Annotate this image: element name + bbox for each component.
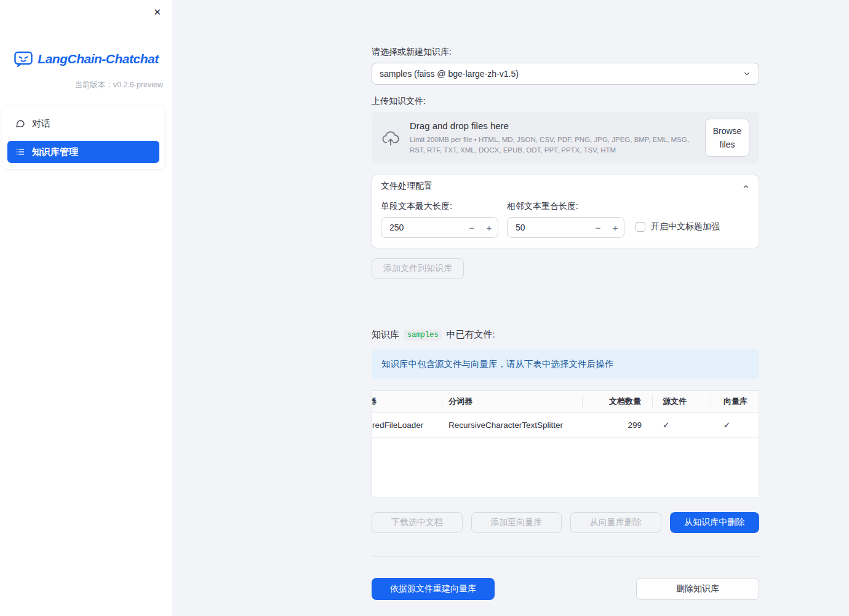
chunk-size-group: 单段文本最大长度: 250 − +: [381, 201, 498, 238]
cloud-upload-icon: [381, 130, 400, 146]
kb-selectbox[interactable]: samples (faiss @ bge-large-zh-v1.5): [372, 63, 759, 85]
app-logo: LangChain-Chatchat: [0, 50, 172, 68]
dropzone-limits: Limit 200MB per file • HTML, MD, JSON, C…: [410, 135, 695, 155]
table-header-source-file[interactable]: 源文件: [653, 395, 711, 408]
overlap-size-input[interactable]: 50 − +: [507, 217, 624, 238]
kb-files-table: 器 分词器 文档数量 源文件 向量库 redFileLoader Recursi…: [372, 390, 759, 497]
version-caption: 当前版本：v0.2.6-preview: [0, 80, 172, 90]
table-row[interactable]: redFileLoader RecursiveCharacterTextSpli…: [372, 413, 759, 438]
chevron-down-icon: [743, 69, 751, 78]
close-sidebar-icon[interactable]: ✕: [151, 5, 164, 19]
kb-actions-row: 依据源文件重建向量库 删除知识库: [372, 578, 759, 600]
table-header-label: 器: [372, 395, 377, 408]
kb-files-suffix: 中已有文件:: [446, 329, 495, 341]
overlap-size-label: 相邻文本重合长度:: [507, 201, 624, 212]
table-header-doc-count[interactable]: 文档数量: [583, 395, 653, 408]
info-banner: 知识库中包含源文件与向量库，请从下表中选择文件后操作: [372, 349, 759, 379]
overlap-size-plus-button[interactable]: +: [607, 218, 624, 237]
cell-loader: redFileLoader: [372, 421, 442, 430]
nav-item-label: 知识库管理: [32, 146, 78, 158]
rebuild-vector-store-button[interactable]: 依据源文件重建向量库: [372, 578, 495, 600]
table-header-row: 器 分词器 文档数量 源文件 向量库: [372, 391, 759, 413]
zh-title-checkbox[interactable]: [636, 222, 645, 232]
file-actions-row: 下载选中文档 添加至向量库 从向量库删除 从知识库中删除: [372, 512, 759, 533]
kb-select-label: 请选择或新建知识库:: [372, 47, 759, 58]
dropzone-text: Drag and drop files here Limit 200MB per…: [410, 120, 695, 155]
table-header-splitter[interactable]: 分词器: [442, 395, 583, 408]
add-files-to-kb-button[interactable]: 添加文件到知识库: [372, 258, 464, 279]
chevron-up-icon: [742, 183, 750, 191]
content-column: 请选择或新建知识库: samples (faiss @ bge-large-zh…: [372, 0, 759, 600]
delete-from-vector-store-button[interactable]: 从向量库删除: [570, 512, 661, 533]
overlap-size-minus-button[interactable]: −: [589, 218, 607, 237]
divider: [372, 556, 759, 557]
zh-title-checkbox-row: 开启中文标题加强: [636, 221, 720, 232]
kb-files-heading: 知识库 samples 中已有文件:: [372, 329, 759, 341]
file-config-expander: 文件处理配置 单段文本最大长度: 250 − +: [372, 175, 759, 248]
file-dropzone[interactable]: Drag and drop files here Limit 200MB per…: [372, 112, 759, 164]
download-selected-button[interactable]: 下载选中文档: [372, 512, 463, 533]
chunk-size-input[interactable]: 250 − +: [381, 217, 498, 238]
chunk-size-plus-button[interactable]: +: [480, 218, 498, 237]
add-to-vector-store-button[interactable]: 添加至向量库: [471, 512, 562, 533]
expander-body: 单段文本最大长度: 250 − + 相邻文本重合长度: 50 −: [372, 197, 759, 248]
delete-kb-button[interactable]: 删除知识库: [636, 578, 759, 600]
divider: [372, 304, 759, 304]
delete-from-kb-button[interactable]: 从知识库中删除: [670, 512, 760, 533]
expander-header[interactable]: 文件处理配置: [372, 175, 759, 197]
dropzone-title: Drag and drop files here: [410, 120, 695, 131]
upload-label: 上传知识文件:: [372, 96, 759, 107]
table-header-loader[interactable]: 器: [372, 395, 442, 408]
nav-menu: 对话 知识库管理: [2, 106, 164, 169]
zh-title-checkbox-label: 开启中文标题加强: [651, 221, 720, 232]
cell-doc-count: 299: [583, 421, 653, 430]
main-area: 请选择或新建知识库: samples (faiss @ bge-large-zh…: [172, 0, 849, 616]
nav-item-chat[interactable]: 对话: [7, 113, 159, 135]
chunk-size-minus-button[interactable]: −: [463, 218, 480, 237]
browse-files-button[interactable]: Browse files: [705, 119, 749, 157]
chunk-size-label: 单段文本最大长度:: [381, 201, 498, 212]
cell-splitter: RecursiveCharacterTextSplitter: [442, 421, 583, 430]
kb-files-prefix: 知识库: [372, 329, 399, 341]
overlap-size-value: 50: [516, 223, 525, 232]
chat-bubble-icon: [15, 119, 25, 128]
cell-source-file-check: ✓: [653, 420, 711, 430]
expander-title: 文件处理配置: [381, 181, 432, 192]
cell-vector-store-check: ✓: [711, 420, 759, 430]
sidebar: ✕ LangChain-Chatchat 当前版本：v0.2.6-preview…: [0, 0, 172, 616]
list-icon: [15, 147, 25, 157]
logo-text: LangChain-Chatchat: [38, 52, 158, 66]
table-header-vector-store[interactable]: 向量库: [711, 395, 759, 408]
kb-selectbox-value: samples (faiss @ bge-large-zh-v1.5): [380, 69, 519, 79]
kb-name-code: samples: [404, 330, 442, 341]
nav-item-label: 对话: [32, 118, 50, 130]
chunk-size-value: 250: [389, 223, 404, 232]
logo-chat-icon: [14, 50, 33, 68]
overlap-size-group: 相邻文本重合长度: 50 − +: [507, 201, 624, 238]
nav-item-kb-management[interactable]: 知识库管理: [7, 141, 159, 163]
